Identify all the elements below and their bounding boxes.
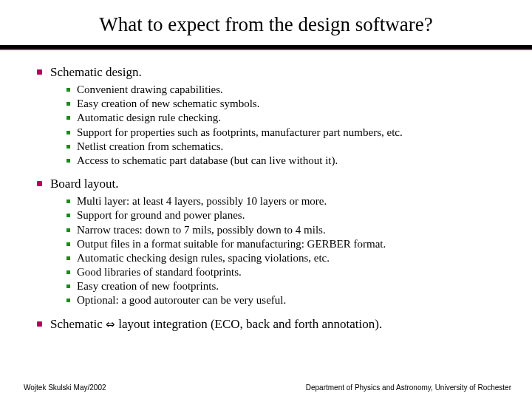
bullet-icon: [66, 228, 70, 232]
bullet-icon: [66, 299, 70, 302]
item-text: Good libraries of standard footprints.: [77, 266, 242, 278]
bullet-icon: [37, 69, 42, 75]
item-text: Netlist creation from schematics.: [77, 140, 223, 152]
title-underline: [0, 45, 532, 49]
list-item: Convenient drawing capabilities.: [66, 83, 511, 97]
bullet-icon: [66, 88, 70, 92]
item-text: Convenient drawing capabilities.: [77, 83, 223, 95]
bullet-icon: [66, 270, 70, 274]
level2-list: Convenient drawing capabilities. Easy cr…: [50, 80, 511, 172]
bullet-icon: [66, 145, 70, 149]
heading-text: Schematic: [50, 317, 106, 331]
item-text: Automatic design rule checking.: [77, 112, 221, 123]
slide-title: What to expect from the design software?: [0, 0, 532, 45]
bullet-icon: [66, 214, 70, 217]
section-integration: Schematic ⇔ layout integration (ECO, bac…: [37, 317, 511, 332]
level1-list: Schematic design. Convenient drawing cap…: [37, 65, 511, 332]
bullet-icon: [66, 242, 70, 246]
item-text: Support for properties such as footprint…: [77, 126, 403, 138]
item-text: Automatic checking design rules, spacing…: [77, 252, 330, 264]
section-board: Board layout. Multi layer: at least 4 la…: [37, 177, 511, 313]
list-item: Easy creation of new schematic symbols.: [66, 97, 511, 111]
item-text: Support for ground and power planes.: [77, 209, 245, 221]
list-item: Netlist creation from schematics.: [66, 140, 511, 154]
item-text: Multi layer: at least 4 layers, possibly…: [77, 195, 327, 207]
list-item: Support for properties such as footprint…: [66, 126, 511, 140]
list-item: Access to schematic part database (but c…: [66, 154, 511, 168]
footer-left: Wojtek Skulski May/2002: [24, 383, 106, 392]
footer-right: Department of Physics and Astronomy, Uni…: [306, 383, 511, 392]
bullet-icon: [66, 159, 70, 163]
list-item: Narrow traces: down to 7 mils, possibly …: [66, 223, 511, 237]
section-heading: Schematic design.: [50, 65, 142, 79]
list-item: Output files in a format suitable for ma…: [66, 237, 511, 251]
item-text: Access to schematic part database (but c…: [77, 154, 338, 166]
item-text: Output files in a format suitable for ma…: [77, 238, 386, 250]
slide-footer: Wojtek Skulski May/2002 Department of Ph…: [0, 383, 532, 392]
item-text: Optional: a good autorouter can be very …: [77, 294, 286, 306]
slide-content: Schematic design. Convenient drawing cap…: [0, 49, 532, 332]
list-item: Support for ground and power planes.: [66, 208, 511, 222]
list-item: Automatic design rule checking.: [66, 111, 511, 125]
level2-list: Multi layer: at least 4 layers, possibly…: [50, 191, 511, 313]
bullet-icon: [66, 102, 70, 106]
bullet-icon: [66, 200, 70, 203]
bullet-icon: [37, 321, 42, 327]
section-heading: Schematic ⇔ layout integration (ECO, bac…: [50, 317, 382, 331]
bullet-icon: [37, 181, 42, 186]
item-text: Narrow traces: down to 7 mils, possibly …: [77, 224, 326, 236]
bullet-icon: [66, 116, 70, 120]
heading-text: layout integration (ECO, back and forth …: [115, 317, 382, 331]
double-arrow-icon: ⇔: [106, 318, 115, 330]
list-item: Easy creation of new footprints.: [66, 279, 511, 293]
list-item: Automatic checking design rules, spacing…: [66, 251, 511, 265]
bullet-icon: [66, 131, 70, 134]
bullet-icon: [66, 256, 70, 260]
bullet-icon: [66, 284, 70, 288]
section-heading: Board layout.: [50, 177, 119, 191]
item-text: Easy creation of new footprints.: [77, 280, 219, 292]
list-item: Good libraries of standard footprints.: [66, 265, 511, 279]
list-item: Optional: a good autorouter can be very …: [66, 293, 511, 307]
list-item: Multi layer: at least 4 layers, possibly…: [66, 194, 511, 208]
item-text: Easy creation of new schematic symbols.: [77, 98, 259, 109]
section-schematic: Schematic design. Convenient drawing cap…: [37, 65, 511, 172]
